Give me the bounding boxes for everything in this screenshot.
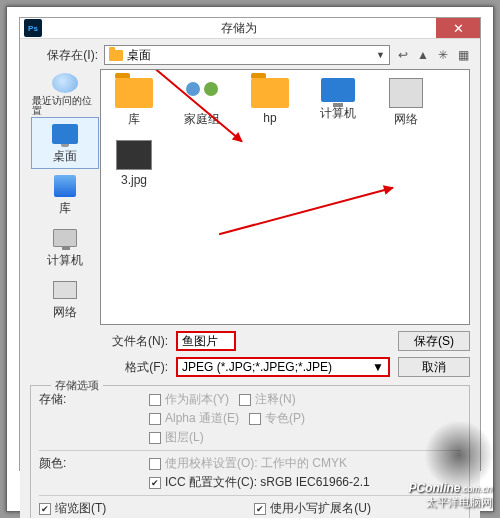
back-icon[interactable]: ↩ <box>396 48 410 62</box>
app-icon: Ps <box>24 19 42 37</box>
library-icon <box>54 175 76 197</box>
as-copy-checkbox: 作为副本(Y) <box>149 391 229 408</box>
place-recent[interactable]: 最近访问的位置 <box>31 71 99 117</box>
proof-checkbox: 使用校样设置(O): 工作中的 CMYK <box>149 455 347 472</box>
file-item[interactable]: 库 <box>109 78 159 128</box>
homegroup-icon <box>184 78 220 108</box>
place-library[interactable]: 库 <box>31 169 99 221</box>
recent-icon <box>52 73 78 93</box>
chevron-down-icon: ▼ <box>376 50 385 60</box>
thumbnail-checkbox[interactable]: ✔缩览图(T) <box>39 500 106 517</box>
place-computer[interactable]: 计算机 <box>31 221 99 273</box>
folder-icon <box>109 50 123 61</box>
network-drive-icon <box>389 78 423 108</box>
folder-icon <box>115 78 153 108</box>
file-item[interactable]: 3.jpg <box>109 140 159 187</box>
toolbar-icons: ↩ ▲ ✳ ▦ <box>396 48 470 62</box>
cancel-button[interactable]: 取消 <box>398 357 470 377</box>
save-sublabel: 存储: <box>39 391 69 408</box>
lowercase-ext-checkbox[interactable]: ✔使用小写扩展名(U) <box>254 500 371 517</box>
save-in-label: 保存在(I): <box>30 47 98 64</box>
monitor-icon <box>321 78 355 102</box>
file-item[interactable]: 计算机 <box>313 78 363 128</box>
options-legend: 存储选项 <box>51 378 103 393</box>
file-list-pane[interactable]: 库 家庭组 hp 计算机 网络 3.jpg <box>100 69 470 325</box>
file-item[interactable]: 网络 <box>381 78 431 128</box>
file-item[interactable]: hp <box>245 78 295 128</box>
image-thumb-icon <box>116 140 152 170</box>
place-network[interactable]: 网络 <box>31 273 99 325</box>
save-in-value: 桌面 <box>127 47 151 64</box>
file-item[interactable]: 家庭组 <box>177 78 227 128</box>
chevron-down-icon: ▼ <box>372 360 384 374</box>
places-bar: 最近访问的位置 桌面 库 计算机 网络 <box>30 69 100 325</box>
format-combo[interactable]: JPEG (*.JPG;*.JPEG;*.JPE) ▼ <box>176 357 390 377</box>
save-options-group: 存储选项 存储: 作为副本(Y) 注释(N) Alpha 通道(E) 专色(P)… <box>30 385 470 518</box>
layers-checkbox: 图层(L) <box>149 429 204 446</box>
filename-input[interactable]: 鱼图片 <box>176 331 236 351</box>
save-button[interactable]: 保存(S) <box>398 331 470 351</box>
close-button[interactable]: ✕ <box>436 18 480 38</box>
alpha-checkbox: Alpha 通道(E) <box>149 410 239 427</box>
annotations-checkbox: 注释(N) <box>239 391 296 408</box>
photo-frame: Ps 存储为 ✕ 保存在(I): 桌面 ▼ ↩ ▲ ✳ ▦ 最近访问的位置 <box>6 6 494 512</box>
spot-checkbox: 专色(P) <box>249 410 305 427</box>
network-icon <box>53 281 77 299</box>
format-label: 格式(F): <box>100 359 168 376</box>
icc-checkbox[interactable]: ✔ICC 配置文件(C): sRGB IEC61966-2.1 <box>149 474 370 491</box>
window-title: 存储为 <box>42 20 436 37</box>
folder-icon <box>251 78 289 108</box>
desktop-icon <box>52 124 78 144</box>
view-menu-icon[interactable]: ▦ <box>456 48 470 62</box>
save-as-dialog: Ps 存储为 ✕ 保存在(I): 桌面 ▼ ↩ ▲ ✳ ▦ 最近访问的位置 <box>19 17 481 471</box>
save-in-row: 保存在(I): 桌面 ▼ ↩ ▲ ✳ ▦ <box>30 45 470 65</box>
save-in-combo[interactable]: 桌面 ▼ <box>104 45 390 65</box>
place-desktop[interactable]: 桌面 <box>31 117 99 169</box>
titlebar: Ps 存储为 ✕ <box>20 18 480 39</box>
computer-icon <box>53 229 77 247</box>
new-folder-icon[interactable]: ✳ <box>436 48 450 62</box>
up-icon[interactable]: ▲ <box>416 48 430 62</box>
color-sublabel: 颜色: <box>39 455 69 472</box>
filename-label: 文件名(N): <box>100 333 168 350</box>
